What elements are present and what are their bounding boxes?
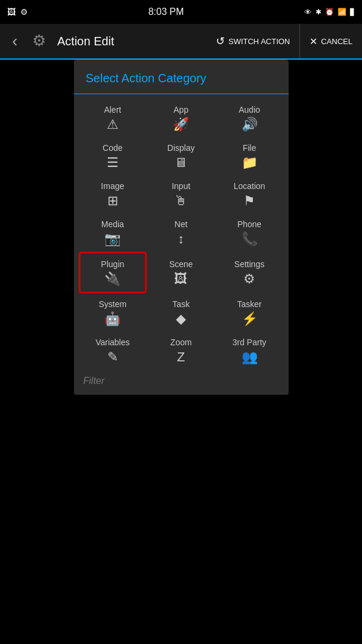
category-item-net[interactable]: Net↕	[147, 213, 215, 252]
category-label-scene: Scene	[169, 259, 193, 269]
category-item-plugin[interactable]: Plugin🔌	[79, 252, 147, 293]
category-item-settings[interactable]: Settings⚙	[215, 252, 284, 293]
category-icon-scene: 🖼	[174, 273, 187, 286]
category-label-zoom: Zoom	[171, 338, 192, 347]
category-item-input[interactable]: Input🖱	[147, 175, 215, 213]
category-item-media[interactable]: Media📷	[79, 213, 147, 252]
category-item-location[interactable]: Location⚑	[215, 175, 284, 213]
filter-label: Filter	[83, 376, 105, 386]
category-item-phone[interactable]: Phone📞	[215, 213, 284, 252]
category-icon-task: ◆	[176, 312, 186, 326]
category-item-zoom[interactable]: ZoomZ	[147, 332, 215, 370]
category-icon-code: ☰	[107, 156, 119, 169]
category-label-code: Code	[103, 143, 122, 153]
select-category-dialog: Select Action Category Alert⚠App🚀Audio🔊C…	[74, 60, 289, 395]
category-icon-location: ⚑	[243, 194, 255, 208]
category-icon-plugin: 🔌	[104, 273, 120, 286]
cancel-icon: ✕	[310, 36, 317, 47]
category-label-file: File	[243, 143, 256, 153]
bluetooth-icon: ✱	[315, 8, 321, 16]
category-item-variables[interactable]: Variables✎	[79, 332, 147, 370]
category-item-alert[interactable]: Alert⚠	[79, 99, 147, 137]
switch-action-label: SWITCH ACTION	[228, 37, 290, 46]
category-icon-3rdparty: 👥	[242, 351, 258, 364]
gear-icon: ⚙	[32, 32, 51, 51]
category-icon-file: 📁	[242, 156, 258, 169]
status-icons-left: 🖼 ⚙	[7, 7, 28, 17]
action-bar: ‹ ⚙ Action Edit ↺ SWITCH ACTION ✕ CANCEL	[0, 24, 362, 60]
action-bar-right: ↺ SWITCH ACTION ✕ CANCEL	[206, 24, 362, 58]
page-title: Action Edit	[57, 35, 115, 48]
dialog-title: Select Action Category	[74, 60, 289, 94]
category-label-settings: Settings	[234, 259, 265, 269]
back-button[interactable]: ‹	[0, 24, 30, 58]
category-icon-variables: ✎	[107, 351, 118, 364]
category-icon-system: 🤖	[104, 312, 120, 326]
category-icon-app: 🚀	[173, 118, 189, 131]
filter-bar: Filter	[74, 370, 289, 395]
signal-icon: ▊	[350, 8, 355, 16]
category-label-alert: Alert	[104, 105, 121, 114]
category-label-net: Net	[175, 219, 188, 229]
category-label-app: App	[174, 105, 188, 114]
cancel-label: CANCEL	[321, 37, 352, 46]
category-icon-input: 🖱	[174, 194, 187, 208]
wifi-icon: 📶	[338, 8, 346, 16]
category-icon-image: ⊞	[107, 194, 118, 208]
category-label-system: System	[98, 299, 126, 309]
category-label-variables: Variables	[95, 338, 129, 347]
category-label-plugin: Plugin	[101, 259, 124, 269]
cancel-button[interactable]: ✕ CANCEL	[300, 24, 362, 58]
category-icon-phone: 📞	[242, 233, 258, 246]
category-icon-audio: 🔊	[242, 118, 258, 131]
category-item-task[interactable]: Task◆	[147, 293, 215, 332]
category-label-display: Display	[168, 143, 195, 153]
category-label-media: Media	[101, 219, 124, 229]
category-item-system[interactable]: System🤖	[79, 293, 147, 332]
category-icon-net: ↕	[178, 233, 184, 246]
eye-icon: 👁	[304, 8, 312, 17]
category-item-file[interactable]: File📁	[215, 137, 284, 175]
category-icon-tasker: ⚡	[242, 312, 258, 326]
category-icon-display: 🖥	[174, 156, 187, 169]
status-time: 8:03 PM	[148, 7, 184, 17]
category-label-tasker: Tasker	[237, 299, 262, 309]
switch-icon: ↺	[216, 35, 225, 48]
category-item-tasker[interactable]: Tasker⚡	[215, 293, 284, 332]
category-label-3rdparty: 3rd Party	[233, 338, 267, 347]
category-item-display[interactable]: Display🖥	[147, 137, 215, 175]
category-label-phone: Phone	[237, 219, 261, 229]
category-icon-settings: ⚙	[243, 273, 255, 286]
category-item-scene[interactable]: Scene🖼	[147, 252, 215, 293]
action-bar-title-area: ⚙ Action Edit	[30, 32, 206, 51]
category-item-3rdparty[interactable]: 3rd Party👥	[215, 332, 284, 370]
category-icon-alert: ⚠	[107, 118, 119, 131]
category-icon-media: 📷	[104, 233, 120, 246]
category-label-location: Location	[234, 181, 265, 191]
back-icon: ‹	[12, 32, 17, 51]
category-label-image: Image	[101, 181, 124, 191]
category-label-input: Input	[172, 181, 190, 191]
category-grid: Alert⚠App🚀Audio🔊Code☰Display🖥File📁Image⊞…	[74, 94, 289, 370]
category-label-task: Task	[172, 299, 190, 309]
category-icon-zoom: Z	[177, 351, 185, 364]
switch-action-button[interactable]: ↺ SWITCH ACTION	[206, 24, 300, 58]
image-icon: 🖼	[7, 7, 16, 17]
category-item-audio[interactable]: Audio🔊	[215, 99, 284, 137]
settings-status-icon: ⚙	[20, 7, 28, 17]
alarm-icon: ⏰	[325, 8, 334, 16]
status-bar: 🖼 ⚙ 8:03 PM 👁 ✱ ⏰ 📶 ▊	[0, 0, 362, 24]
status-icons-right: 👁 ✱ ⏰ 📶 ▊	[304, 8, 355, 17]
category-label-audio: Audio	[239, 105, 260, 114]
category-item-code[interactable]: Code☰	[79, 137, 147, 175]
category-item-image[interactable]: Image⊞	[79, 175, 147, 213]
category-item-app[interactable]: App🚀	[147, 99, 215, 137]
